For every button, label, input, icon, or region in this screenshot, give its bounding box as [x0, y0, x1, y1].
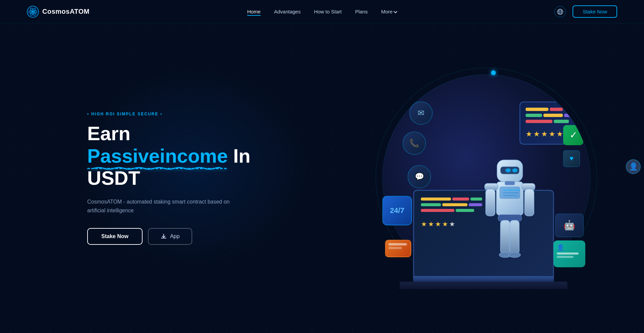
laptop-bar-red: [452, 198, 469, 201]
phone-icon-card: 📞: [402, 131, 426, 155]
wavy-underline-icon: [87, 166, 228, 170]
star-5: ★: [556, 130, 563, 138]
hero-highlight: Passiveincome: [87, 145, 228, 167]
svg-rect-22: [486, 189, 495, 216]
bar-yellow-2: [543, 114, 563, 117]
hero-buttons: Stake Now App: [87, 228, 275, 245]
hero-tag: HIGH ROI SIMPLE SECURE: [87, 112, 275, 116]
checkmark-card: ✓: [563, 125, 583, 145]
chat-icon-card: 💬: [408, 165, 431, 188]
svg-rect-25: [500, 220, 510, 254]
svg-rect-23: [525, 189, 534, 216]
bar-green-2: [526, 114, 542, 117]
nav-advantages[interactable]: Advantages: [274, 9, 301, 14]
user-profile-card: 👤: [553, 240, 585, 267]
avatar-icon: 👤: [629, 162, 638, 171]
laptop-base: [400, 282, 568, 289]
stake-now-nav-button[interactable]: Stake Now: [573, 5, 617, 18]
laptop-bar-yellow: [421, 198, 451, 201]
robot-figure: [476, 135, 543, 259]
laptop-hinge: [413, 277, 554, 282]
hero-content: HIGH ROI SIMPLE SECURE Earn Passiveincom…: [87, 112, 275, 245]
nav-home[interactable]: Home: [247, 9, 261, 16]
nav-more-dropdown[interactable]: More: [381, 9, 397, 14]
stake-now-hero-button[interactable]: Stake Now: [87, 228, 143, 245]
logo[interactable]: CosmosATOM: [27, 6, 90, 18]
laptop-star-5-empty: ★: [449, 220, 455, 228]
bar-purple: [564, 114, 574, 117]
hero-subtitle: CosmosATOM - automated staking smart con…: [87, 198, 235, 215]
laptop-bar-red-2: [421, 209, 454, 212]
hero-section: HIGH ROI SIMPLE SECURE Earn Passiveincom…: [0, 23, 644, 333]
nav-more-label: More: [381, 9, 392, 14]
orange-card: [385, 240, 411, 257]
globe-icon: [557, 9, 563, 15]
star-4: ★: [549, 130, 555, 138]
svg-point-17: [505, 168, 511, 172]
svg-rect-26: [510, 220, 519, 254]
svg-rect-19: [505, 181, 515, 185]
nav-right: Stake Now: [554, 5, 617, 18]
bar-green: [564, 108, 574, 111]
app-download-button[interactable]: App: [148, 228, 192, 245]
nav-links: Home Advantages How to Start Plans More: [247, 9, 397, 15]
laptop-bar-green-2: [421, 203, 441, 206]
laptop-bar-yellow-2: [442, 203, 468, 206]
bar-red: [550, 108, 563, 111]
bar-row-1: [526, 108, 574, 111]
svg-point-28: [508, 252, 521, 258]
app-label: App: [170, 233, 179, 239]
blue-dot: [491, 70, 496, 75]
chevron-down-icon: [394, 9, 397, 13]
bot-icon: 🤖: [564, 220, 575, 231]
svg-point-18: [512, 168, 518, 172]
laptop-star-1: ★: [421, 220, 427, 228]
laptop-bar-green-3: [456, 209, 474, 212]
heart-card: ♥: [563, 150, 580, 167]
navbar: CosmosATOM Home Advantages How to Start …: [0, 0, 644, 23]
bar-yellow: [526, 108, 548, 111]
laptop-star-2: ★: [428, 220, 434, 228]
download-icon: [161, 233, 167, 239]
user-avatar[interactable]: 👤: [626, 159, 641, 174]
hero-illustration: ★ ★ ★ ★ ★ ✓ ♥: [369, 61, 604, 296]
bar-row-3: [526, 120, 574, 123]
hero-title: Earn Passiveincome In USDT: [87, 122, 275, 189]
bar-green-3: [554, 120, 569, 123]
nav-how-to-start[interactable]: How to Start: [314, 9, 342, 14]
email-icon-card: ✉: [409, 101, 433, 125]
robot-svg: [476, 135, 543, 269]
logo-label: CosmosATOM: [42, 8, 90, 15]
svg-rect-24: [498, 215, 522, 221]
svg-point-1: [32, 11, 34, 13]
nav-plans[interactable]: Plans: [355, 9, 368, 14]
bot-card: 🤖: [555, 214, 584, 237]
247-card: 24/7: [382, 196, 412, 225]
bar-red-2: [526, 120, 552, 123]
bar-row-2: [526, 114, 574, 117]
laptop-star-4: ★: [442, 220, 448, 228]
logo-icon: [27, 6, 39, 18]
laptop-star-3: ★: [435, 220, 441, 228]
language-button[interactable]: [554, 6, 566, 17]
